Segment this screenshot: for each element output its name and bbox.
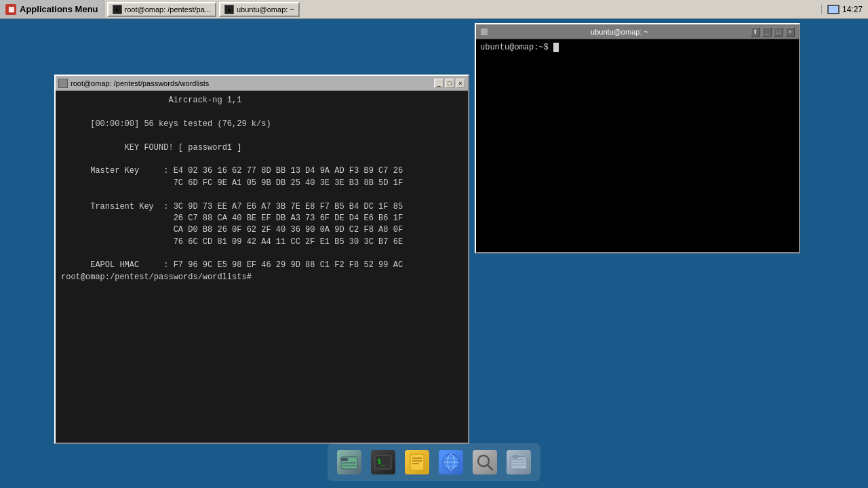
root-terminal-titlebar: root@omap: /pentest/passwords/wordlists …: [56, 76, 468, 91]
svg-rect-19: [511, 462, 527, 463]
terminal-dock-icon: $_: [371, 450, 395, 474]
title-bar-buttons: _ □ ×: [434, 79, 465, 88]
apps-menu-icon: ▦: [5, 4, 16, 15]
taskbar-top: ▦ Applications Menu ▪ root@omap: /pentes…: [0, 0, 868, 19]
dock-item-search[interactable]: [469, 446, 501, 479]
taskbar-window-ubuntu-label: ubuntu@omap: ~: [237, 5, 294, 14]
svg-rect-2: [342, 462, 356, 464]
root-terminal-window: root@omap: /pentest/passwords/wordlists …: [54, 75, 469, 444]
dock: $_: [328, 443, 540, 481]
svg-rect-21: [513, 455, 518, 458]
file-manager-icon: [337, 450, 361, 474]
terminal-icon-2: ▪: [224, 5, 234, 14]
taskbar-window-ubuntu[interactable]: ▪ ubuntu@omap: ~: [219, 2, 300, 17]
root-terminal-text: Aircrack-ng 1,1 [00:00:00] 56 keys teste…: [61, 95, 462, 283]
svg-rect-9: [412, 463, 419, 464]
ubuntu-terminal-window: ubuntu@omap: ~ ⬆ _ □ × ubuntu@omap:~$: [475, 23, 800, 253]
terminal-icon: ▪: [113, 5, 122, 14]
taskbar-windows: ▪ root@omap: /pentest/pa... ▪ ubuntu@oma…: [104, 2, 821, 17]
dock-item-browser[interactable]: [435, 446, 467, 479]
dock-item-notes[interactable]: [401, 446, 433, 479]
maximize-button[interactable]: □: [445, 79, 454, 88]
minimize-button[interactable]: _: [434, 79, 443, 88]
browser-icon: [439, 450, 463, 474]
ubuntu-prompt: ubuntu@omap:~$: [480, 43, 549, 52]
ubuntu-pin-button[interactable]: ⬆: [751, 27, 760, 37]
ubuntu-terminal-content: ubuntu@omap:~$: [476, 39, 799, 252]
ubuntu-title-menu-icon[interactable]: [480, 28, 488, 36]
svg-text:$_: $_: [377, 458, 386, 466]
svg-rect-7: [412, 458, 422, 459]
svg-rect-1: [341, 458, 348, 461]
svg-rect-8: [412, 460, 422, 462]
svg-rect-18: [511, 459, 527, 460]
ubuntu-maximize-button[interactable]: □: [774, 27, 783, 37]
applications-menu[interactable]: ▦ Applications Menu: [0, 0, 104, 18]
svg-rect-3: [342, 465, 356, 466]
files-icon: [507, 450, 531, 474]
dock-item-terminal[interactable]: $_: [367, 446, 399, 479]
svg-rect-20: [511, 464, 527, 466]
dock-item-file-manager[interactable]: [333, 446, 366, 479]
taskbar-window-root[interactable]: ▪ root@omap: /pentest/pa...: [107, 2, 216, 17]
taskbar-right: 14:27: [821, 5, 868, 14]
title-bar-left: root@omap: /pentest/passwords/wordlists: [58, 79, 209, 88]
clock: 14:27: [842, 5, 863, 14]
ubuntu-minimize-button[interactable]: _: [762, 27, 772, 37]
svg-rect-6: [410, 454, 424, 470]
taskbar-window-root-label: root@omap: /pentest/pa...: [125, 5, 211, 14]
close-button[interactable]: ×: [456, 79, 465, 88]
ubuntu-terminal-title: ubuntu@omap: ~: [591, 28, 648, 36]
title-bar-menu-icon[interactable]: [58, 79, 68, 88]
dock-item-files[interactable]: [502, 446, 535, 479]
cursor: [553, 43, 559, 52]
ubuntu-titlebar-buttons: ⬆ _ □ ×: [751, 27, 795, 37]
svg-line-16: [488, 465, 492, 470]
notes-icon: [405, 450, 429, 474]
monitor-icon: [827, 5, 840, 14]
ubuntu-close-button[interactable]: ×: [785, 27, 795, 37]
ubuntu-terminal-titlebar: ubuntu@omap: ~ ⬆ _ □ ×: [476, 24, 799, 39]
root-terminal-content: Aircrack-ng 1,1 [00:00:00] 56 keys teste…: [56, 91, 468, 443]
search-icon: [473, 450, 497, 474]
root-terminal-title: root@omap: /pentest/passwords/wordlists: [71, 79, 209, 87]
apps-menu-label: Applications Menu: [20, 4, 98, 14]
